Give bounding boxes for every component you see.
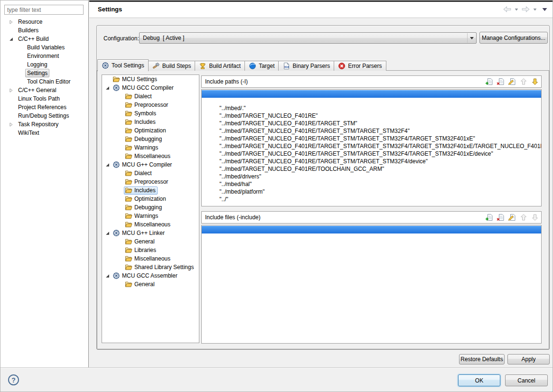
tree-node[interactable]: MCU GCC Compiler <box>112 84 176 92</box>
apply-button[interactable]: Apply <box>507 354 550 364</box>
manage-configurations-button[interactable]: Manage Configurations... <box>479 32 548 44</box>
add-icon[interactable] <box>485 78 493 86</box>
tool-tree-item[interactable]: Includes <box>102 118 199 126</box>
ok-button[interactable]: OK <box>458 374 500 386</box>
tool-tree-item[interactable]: Dialect <box>102 169 199 177</box>
tool-tree-item[interactable]: MCU G++ Compiler <box>102 160 199 169</box>
tab[interactable]: Build Steps <box>148 61 196 71</box>
sidebar-tree-item[interactable]: C/C++ General <box>0 86 88 94</box>
delete-icon[interactable] <box>497 78 505 86</box>
tool-tree-item[interactable]: MCU GCC Assembler <box>102 271 199 280</box>
tree-node[interactable]: Warnings <box>124 212 160 220</box>
sidebar-tree-item[interactable]: Task Repository <box>0 120 88 129</box>
tool-tree-item[interactable]: Debugging <box>102 135 199 143</box>
tree-node[interactable]: Dialect <box>124 169 154 177</box>
include-path-item[interactable]: "../mbed/." <box>202 98 541 105</box>
tool-tree-item[interactable]: MCU G++ Linker <box>102 229 199 237</box>
add-icon[interactable] <box>485 214 493 222</box>
view-menu-icon[interactable] <box>542 7 548 12</box>
sidebar-tree-item[interactable]: Build Variables <box>0 43 88 52</box>
tree-node[interactable]: Optimization <box>124 127 168 135</box>
expander-collapsed-icon[interactable] <box>9 88 16 93</box>
tool-tree-item[interactable]: Optimization <box>102 126 199 135</box>
back-icon[interactable] <box>503 6 512 13</box>
tree-node[interactable]: Debugging <box>124 135 164 143</box>
tool-tree-item[interactable]: Preprocessor <box>102 101 199 109</box>
tool-tree-item[interactable]: General <box>102 280 199 289</box>
forward-icon[interactable] <box>521 6 530 13</box>
sidebar-tree-item[interactable]: Resource <box>0 18 88 26</box>
tool-tree-item[interactable]: Libraries <box>102 246 199 254</box>
cancel-button[interactable]: Cancel <box>505 374 548 386</box>
sidebar-tree-item[interactable]: Logging <box>0 60 88 69</box>
tab[interactable]: 010 Binary Parsers <box>278 61 334 71</box>
forward-history-caret-icon[interactable] <box>533 8 537 11</box>
tree-node[interactable]: Miscellaneous <box>124 255 172 263</box>
tab[interactable]: Build Artifact <box>195 61 245 71</box>
expander-expanded-icon[interactable] <box>104 274 112 278</box>
tree-node[interactable]: MCU G++ Linker <box>112 229 167 237</box>
tool-tree-item[interactable]: Miscellaneous <box>102 152 199 160</box>
tab[interactable]: Target <box>244 61 279 71</box>
expander-expanded-icon[interactable] <box>104 163 112 167</box>
filter-input[interactable] <box>4 5 84 15</box>
tree-node[interactable]: Dialect <box>124 93 154 101</box>
expander-collapsed-icon[interactable] <box>9 122 16 127</box>
tool-tree-item[interactable]: Preprocessor <box>102 177 199 186</box>
tree-node[interactable]: Debugging <box>124 204 164 212</box>
sidebar-tree-item[interactable]: Settings <box>0 69 88 77</box>
sidebar-tree-item[interactable]: Linux Tools Path <box>0 94 88 103</box>
delete-icon[interactable] <box>497 214 505 222</box>
include-file-item[interactable]: ${ProjDirPath}/mbed_config.h <box>202 226 541 233</box>
tree-node[interactable]: Shared Library Settings <box>124 263 196 271</box>
back-history-caret-icon[interactable] <box>514 8 519 11</box>
tree-node[interactable]: Miscellaneous <box>124 152 172 160</box>
tool-tree-item[interactable]: Debugging <box>102 203 199 212</box>
tool-tree-item[interactable]: MCU GCC Compiler <box>102 84 199 92</box>
help-icon[interactable]: ? <box>8 374 19 385</box>
tree-node[interactable]: General <box>124 238 157 246</box>
sidebar-tree-item[interactable]: WikiText <box>0 129 88 137</box>
tree-node[interactable]: Preprocessor <box>124 101 170 109</box>
tree-node[interactable]: Miscellaneous <box>124 221 172 229</box>
edit-icon[interactable] <box>508 78 516 86</box>
expander-expanded-icon[interactable] <box>9 37 16 41</box>
tool-tree-item[interactable]: Shared Library Settings <box>102 263 199 271</box>
expander-collapsed-icon[interactable] <box>9 20 16 24</box>
include-path-item[interactable]: "../mbed/TARGET_NUCLEO_F401RE" <box>202 105 541 113</box>
tool-tree-item[interactable]: Miscellaneous <box>102 220 199 229</box>
movedown-icon[interactable] <box>531 78 539 86</box>
tool-tree-item[interactable]: Optimization <box>102 195 199 203</box>
tree-node[interactable]: MCU Settings <box>112 75 159 84</box>
tree-node[interactable]: Optimization <box>124 195 168 203</box>
sidebar-tree-item[interactable]: Builders <box>0 26 88 35</box>
tree-node[interactable]: Preprocessor <box>124 178 170 186</box>
tree-node[interactable]: Includes <box>124 187 158 195</box>
edit-icon[interactable] <box>508 214 516 222</box>
tool-tree-item[interactable]: Symbols <box>102 109 199 118</box>
combo-dropdown-zone[interactable] <box>467 33 476 43</box>
configuration-combo[interactable]: Debug [ Active ] <box>139 32 477 44</box>
sidebar-tree-item[interactable]: Project References <box>0 103 88 112</box>
tool-tree-item[interactable]: General <box>102 237 199 246</box>
tree-node[interactable]: Libraries <box>124 246 158 254</box>
tool-tree-item[interactable]: Includes <box>102 186 199 195</box>
tool-tree-item[interactable]: Warnings <box>102 212 199 220</box>
sidebar-tree-item[interactable]: Tool Chain Editor <box>0 77 88 86</box>
tab[interactable]: Error Parsers <box>334 61 386 71</box>
expander-expanded-icon[interactable] <box>104 86 112 90</box>
tool-tree-item[interactable]: MCU Settings <box>102 75 199 84</box>
tree-node[interactable]: Includes <box>124 118 158 126</box>
restore-defaults-button[interactable]: Restore Defaults <box>459 354 505 364</box>
tool-tree-item[interactable]: Warnings <box>102 143 199 152</box>
sidebar-tree-item[interactable]: Run/Debug Settings <box>0 112 88 120</box>
sidebar-tree-item[interactable]: C/C++ Build <box>0 35 88 43</box>
tool-tree-item[interactable]: Miscellaneous <box>102 254 199 263</box>
expander-expanded-icon[interactable] <box>104 231 112 235</box>
include-path-item[interactable]: "../." <box>202 90 541 98</box>
tree-node[interactable]: General <box>124 280 157 289</box>
tree-node[interactable]: MCU G++ Compiler <box>112 161 174 169</box>
tree-node[interactable]: MCU GCC Assembler <box>112 272 179 280</box>
tool-tree-item[interactable]: Dialect <box>102 92 199 101</box>
sidebar-tree-item[interactable]: Environment <box>0 52 88 60</box>
